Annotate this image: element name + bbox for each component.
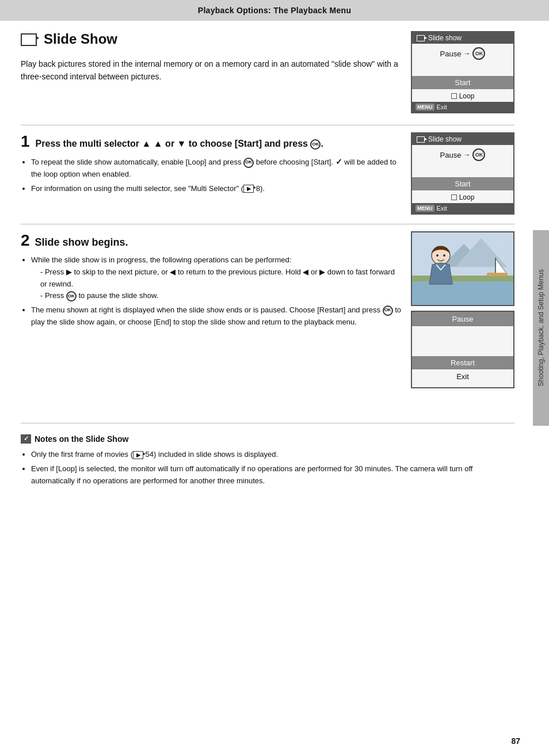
menu-btn-top: MENU bbox=[415, 104, 434, 110]
slide-show-icon bbox=[21, 33, 37, 46]
step2-heading: 2 Slide show begins. bbox=[21, 231, 402, 250]
step2-bullet1: While the slide show is in progress, the… bbox=[31, 254, 402, 302]
step1-heading: 1 Press the multi selector ▲ ▲ or ▼ to c… bbox=[21, 132, 402, 151]
ok-circle-step1: OK bbox=[310, 139, 321, 150]
checkbox-step1 bbox=[451, 194, 457, 200]
page-number: 87 bbox=[511, 736, 520, 746]
menu-exit-top: MENU Exit bbox=[412, 102, 513, 112]
step1-heading-text: Press the multi selector ▲ ▲ or ▼ to cho… bbox=[36, 138, 323, 150]
notes-list: Only the first frame of movies (▶ 54) in… bbox=[21, 449, 514, 487]
step2-number: 2 bbox=[21, 231, 30, 249]
menu-spacer-step1 bbox=[412, 165, 513, 176]
pause-menu-box: Pause Restart Exit bbox=[411, 311, 514, 388]
pause-header: Pause bbox=[412, 312, 513, 326]
intro-text: Play back pictures stored in the interna… bbox=[21, 58, 399, 83]
ok-btn-top: OK bbox=[472, 47, 485, 60]
menu-start-step1: Start bbox=[412, 177, 513, 190]
menu-header-step1: Slide show bbox=[412, 133, 513, 145]
pause-menu-bottom bbox=[412, 383, 513, 387]
menu-pause-top: Pause → OK bbox=[412, 44, 513, 63]
menu-exit-step1: MENU Exit bbox=[412, 203, 513, 213]
step2-bullet2: The menu shown at right is displayed whe… bbox=[31, 304, 402, 329]
step2-dash1: - Press ▶ to skip to the next picture, o… bbox=[40, 266, 402, 291]
notes-title: Notes on the Slide Show bbox=[35, 433, 128, 445]
step2-body: While the slide show is in progress, the… bbox=[21, 254, 402, 329]
step2-section: 2 Slide show begins. While the slide sho… bbox=[21, 231, 514, 388]
menu-spacer-top bbox=[412, 63, 513, 75]
divider-2 bbox=[21, 224, 514, 224]
exit-row: Exit bbox=[412, 371, 513, 383]
menu-box-step1: Slide show Pause → OK Start Loop MENU Ex… bbox=[411, 132, 514, 215]
note-2: Even if [Loop] is selected, the monitor … bbox=[31, 463, 514, 487]
notes-title-row: ✓ Notes on the Slide Show bbox=[21, 433, 514, 445]
header-title: Playback Options: The Playback Menu bbox=[198, 6, 351, 15]
menu-pause-step1: Pause → OK bbox=[412, 145, 513, 165]
menu-icon-top bbox=[417, 35, 425, 41]
intro-left: Slide Show Play back pictures stored in … bbox=[21, 31, 399, 83]
pause-menu-spacer bbox=[412, 326, 513, 355]
page-title: Slide Show bbox=[44, 31, 117, 47]
menu-header-top: Slide show bbox=[412, 32, 513, 44]
illustration-box bbox=[411, 231, 514, 306]
divider-3 bbox=[21, 423, 514, 423]
ref-icon-1: ▶ bbox=[243, 185, 254, 193]
checkbox-top bbox=[451, 93, 457, 99]
ok-circle-restart: OK bbox=[383, 306, 393, 316]
ok-circle-loop: OK bbox=[243, 158, 254, 168]
menu-box-top: Slide show Pause → OK Start Loop MENU Ex… bbox=[411, 31, 514, 113]
illustration-svg bbox=[412, 232, 513, 305]
menu-loop-step1: Loop bbox=[412, 192, 513, 203]
page-header: Playback Options: The Playback Menu bbox=[0, 0, 549, 21]
step1-bullet1: To repeat the slide show automatically, … bbox=[31, 155, 402, 181]
arrow-right-top: → bbox=[463, 49, 470, 58]
menu-start-top: Start bbox=[412, 76, 513, 89]
menu-icon-step1 bbox=[417, 136, 425, 143]
svg-point-10 bbox=[443, 254, 445, 257]
ok-circle-pause: OK bbox=[66, 291, 77, 301]
menu-loop-top: Loop bbox=[412, 90, 513, 102]
step2-dash2: - Press OK to pause the slide show. bbox=[40, 290, 402, 302]
main-content: Slide Show Play back pictures stored in … bbox=[0, 21, 549, 500]
step1-section: 1 Press the multi selector ▲ ▲ or ▼ to c… bbox=[21, 132, 514, 215]
step2-left: 2 Slide show begins. While the slide sho… bbox=[21, 231, 402, 331]
notes-section: ✓ Notes on the Slide Show Only the first… bbox=[21, 433, 514, 487]
svg-rect-6 bbox=[495, 258, 496, 275]
menu-btn-step1: MENU bbox=[415, 205, 434, 212]
svg-rect-4 bbox=[412, 276, 513, 281]
arrow-right-step1: → bbox=[463, 151, 470, 159]
step1-body: To repeat the slide show automatically, … bbox=[21, 155, 402, 194]
step1-left: 1 Press the multi selector ▲ ▲ or ▼ to c… bbox=[21, 132, 402, 197]
notes-container: ✓ Notes on the Slide Show Only the first… bbox=[21, 423, 514, 487]
notes-icon: ✓ bbox=[21, 434, 31, 444]
check-mark: ✓ bbox=[336, 157, 342, 166]
ref-icon-2: ▶ bbox=[133, 451, 143, 459]
note-1: Only the first frame of movies (▶ 54) in… bbox=[31, 449, 514, 461]
title-row: Slide Show bbox=[21, 31, 399, 52]
svg-rect-3 bbox=[412, 278, 513, 305]
step1-bullet2: For information on using the multi selec… bbox=[31, 183, 402, 195]
side-tab-text: Shooting, Playback, and Setup Menus bbox=[537, 269, 545, 386]
svg-point-9 bbox=[436, 254, 439, 257]
divider-1 bbox=[21, 125, 514, 125]
svg-rect-7 bbox=[487, 273, 508, 276]
restart-row: Restart bbox=[412, 356, 513, 369]
ok-btn-step1: OK bbox=[472, 148, 485, 161]
step1-number: 1 bbox=[21, 132, 30, 151]
step2-right: Pause Restart Exit bbox=[411, 231, 514, 388]
side-tab: Shooting, Playback, and Setup Menus bbox=[533, 230, 549, 426]
intro-section: Slide Show Play back pictures stored in … bbox=[21, 31, 514, 113]
